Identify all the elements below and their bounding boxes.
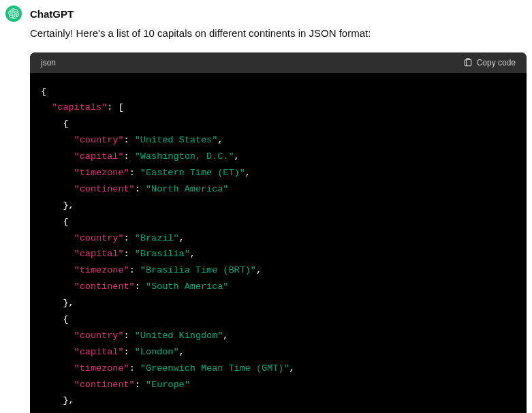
- sender-name: ChatGPT: [30, 8, 74, 20]
- message-body: Certainly! Here's a list of 10 capitals …: [30, 26, 527, 413]
- code-block: json Copy code { "capitals": [ { "countr…: [30, 52, 527, 414]
- copy-code-button[interactable]: Copy code: [463, 58, 516, 67]
- svg-rect-0: [466, 59, 471, 65]
- assistant-message: ChatGPT Certainly! Here's a list of 10 c…: [0, 0, 532, 413]
- code-header: json Copy code: [30, 52, 527, 73]
- message-header: ChatGPT: [5, 5, 527, 22]
- copy-code-label: Copy code: [477, 58, 516, 67]
- code-language-label: json: [41, 58, 56, 67]
- openai-logo-icon: [8, 8, 19, 19]
- code-content: { "capitals": [ { "country": "United Sta…: [30, 73, 527, 414]
- clipboard-icon: [463, 58, 473, 67]
- chatgpt-avatar: [5, 5, 22, 22]
- intro-text: Certainly! Here's a list of 10 capitals …: [30, 26, 527, 42]
